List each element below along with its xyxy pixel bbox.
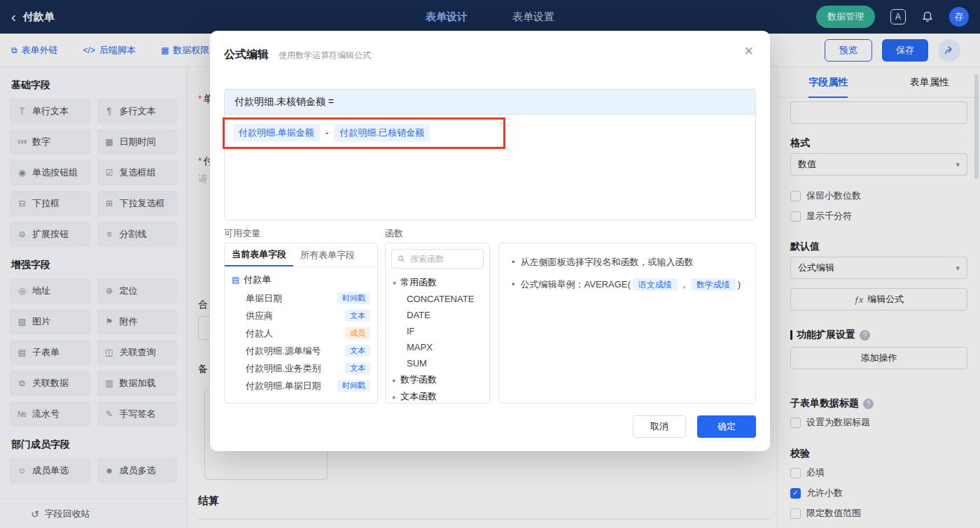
help-line-1: •从左侧面板选择字段名和函数，或输入函数 xyxy=(512,253,743,271)
variable-rows: 单据日期时间戳供应商文本付款人成员付款明细.源单编号文本付款明细.业务类别文本付… xyxy=(225,290,377,394)
modal-subtitle: 使用数学运算符编辑公式 xyxy=(279,50,371,62)
example-field-chip: 语文成绩 xyxy=(633,278,678,291)
function-group-header[interactable]: ▸文本函数 xyxy=(386,388,489,404)
field-chip[interactable]: 付款明细.单据金额 xyxy=(233,124,320,142)
variable-type-tag: 时间戳 xyxy=(337,380,370,392)
variable-name: 供应商 xyxy=(246,310,273,322)
function-item[interactable]: DATE xyxy=(386,307,489,323)
function-item[interactable]: IF xyxy=(386,323,489,339)
variable-name: 单据日期 xyxy=(246,292,282,305)
formula-help-panel: •从左侧面板选择字段名和函数，或输入函数 •公式编辑举例：AVERAGE(语文成… xyxy=(498,243,756,404)
chevron-right-icon: ▸ xyxy=(393,376,396,384)
chevron-down-icon: ▾ xyxy=(393,279,396,287)
formula-editor[interactable]: 付款明细.单据金额-付款明细.已核销金额 xyxy=(224,114,756,220)
variables-label: 可用变量 xyxy=(224,227,260,240)
function-group-header[interactable]: ▾常用函数 xyxy=(386,274,489,291)
functions-label: 函数 xyxy=(385,227,403,240)
function-item[interactable]: MAPX xyxy=(386,339,489,355)
variable-name: 付款明细.单据日期 xyxy=(246,380,321,392)
operator: - xyxy=(326,127,329,138)
modal-title: 公式编辑 xyxy=(224,48,269,62)
function-item[interactable]: CONCATENATE xyxy=(386,291,489,307)
tab-all-form-fields[interactable]: 所有表单字段 xyxy=(293,243,362,266)
function-group-header[interactable]: ▸数学函数 xyxy=(386,371,489,388)
form-doc-icon: ▤ xyxy=(232,275,239,285)
functions-panel: ▾常用函数CONCATENATEDATEIFMAPXSUM▸数学函数▸文本函数 xyxy=(385,243,490,404)
search-input[interactable] xyxy=(409,253,477,264)
help-line-2: •公式编辑举例：AVERAGE(语文成绩，数学成绩) xyxy=(512,276,743,294)
variable-type-tag: 文本 xyxy=(345,310,370,322)
bullet-icon: • xyxy=(512,257,515,267)
close-icon[interactable]: × xyxy=(744,43,753,59)
function-item[interactable]: SUM xyxy=(386,355,489,371)
variable-row[interactable]: 供应商文本 xyxy=(225,307,377,324)
chevron-right-icon: ▸ xyxy=(393,393,396,401)
formula-target: 付款明细.未核销金额 = xyxy=(224,89,756,114)
variable-type-tag: 时间戳 xyxy=(337,292,370,304)
cancel-button[interactable]: 取消 xyxy=(633,415,686,438)
form-root-node[interactable]: ▤ 付款单 xyxy=(225,267,377,290)
modal-header: 公式编辑 使用数学运算符编辑公式 xyxy=(224,48,371,62)
variable-row[interactable]: 付款明细.业务类别文本 xyxy=(225,359,377,377)
confirm-button[interactable]: 确定 xyxy=(697,415,756,438)
function-group-name: 数学函数 xyxy=(400,373,437,386)
variable-row[interactable]: 付款明细.单据日期时间戳 xyxy=(225,377,377,394)
function-search[interactable] xyxy=(391,249,484,269)
variable-row[interactable]: 付款人成员 xyxy=(225,324,377,342)
form-root-label: 付款单 xyxy=(244,273,271,286)
variable-name: 付款人 xyxy=(246,327,273,340)
field-chip[interactable]: 付款明细.已核销金额 xyxy=(334,124,430,142)
formula-edit-modal: 公式编辑 使用数学运算符编辑公式 × 付款明细.未核销金额 = 付款明细.单据金… xyxy=(210,31,770,451)
variables-tabs: 当前表单字段 所有表单字段 xyxy=(225,243,377,267)
bullet-icon: • xyxy=(512,279,515,290)
variable-type-tag: 文本 xyxy=(345,362,370,374)
variable-name: 付款明细.业务类别 xyxy=(246,362,321,375)
variable-type-tag: 成员 xyxy=(345,327,370,339)
form-designer-app: ‹ 付款单 表单设计 表单设置 数据管理 A 存 ⧉ 表单外链 </> 后端脚本 xyxy=(0,0,980,528)
variable-row[interactable]: 付款明细.源单编号文本 xyxy=(225,342,377,359)
function-group-name: 常用函数 xyxy=(400,276,437,289)
function-group-name: 文本函数 xyxy=(400,390,437,403)
search-icon xyxy=(398,255,405,263)
formula-expression: 付款明细.单据金额-付款明细.已核销金额 xyxy=(233,124,430,142)
example-field-chip: 数学成绩 xyxy=(691,278,736,291)
variable-type-tag: 文本 xyxy=(345,345,370,357)
tab-current-form-fields[interactable]: 当前表单字段 xyxy=(225,243,293,266)
variable-row[interactable]: 单据日期时间戳 xyxy=(225,290,377,307)
function-groups: ▾常用函数CONCATENATEDATEIFMAPXSUM▸数学函数▸文本函数 xyxy=(386,274,489,404)
variables-panel: 当前表单字段 所有表单字段 ▤ 付款单 单据日期时间戳供应商文本付款人成员付款明… xyxy=(224,243,378,404)
variable-name: 付款明细.源单编号 xyxy=(246,345,321,357)
